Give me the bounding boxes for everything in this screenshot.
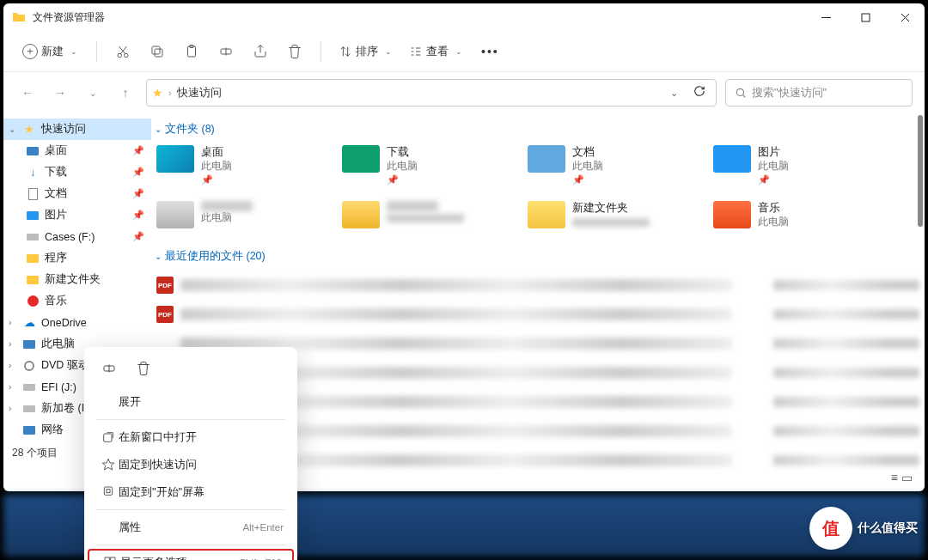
delete-button[interactable] [279,36,310,67]
chevron-down-icon[interactable]: ⌄ [81,81,105,105]
cut-button[interactable] [107,36,138,67]
up-button[interactable]: ↑ [113,81,137,105]
sidebar-item-图片[interactable]: 图片📌 [3,204,151,226]
pin-icon: 📌 [132,167,144,178]
layout-icon [409,45,423,58]
svg-point-4 [118,53,122,58]
menu-item[interactable]: 展开 [89,388,292,416]
chevron-icon: ⌄ [9,125,17,134]
folder-icon [713,145,751,173]
sidebar-item-Cases (F:)[interactable]: Cases (F:)📌 [3,226,151,247]
chevron-icon: › [9,318,17,327]
chevron-down-icon: ⌄ [385,47,392,56]
minimize-button[interactable] [806,3,846,31]
addressbar[interactable]: ★ › 快速访问 ⌄ [146,79,717,107]
folders-section-header[interactable]: ⌄ 文件夹 (8) [151,113,925,142]
scrollbar[interactable] [916,115,923,457]
chevron-down-icon: ⌄ [455,47,462,56]
sort-icon [339,45,352,58]
folder-icon [156,145,194,173]
pin-icon: 📌 [758,174,789,186]
folder-icon [342,201,380,228]
more-button[interactable]: ••• [473,40,508,64]
svg-rect-9 [152,46,160,54]
folder-tile[interactable]: 桌面此电脑📌 [151,142,337,198]
pdf-icon: PDF [156,306,174,323]
chevron-down-icon: ⌄ [70,47,77,56]
svg-marker-28 [102,459,113,470]
plus-icon: + [22,44,38,59]
pin-icon: 📌 [132,145,144,156]
watermark: 值 什么值得买 [809,507,918,550]
folder-tile[interactable]: 音乐此电脑 [708,198,894,240]
folder-icon [342,145,380,173]
folder-tile[interactable]: 新建文件夹 [522,198,708,240]
menu-item[interactable]: 属性Alt+Enter [89,514,292,541]
rename-icon[interactable] [95,356,124,381]
svg-line-7 [119,46,126,54]
window-title: 文件资源管理器 [33,10,806,25]
folder-icon [528,201,565,228]
star-icon: ★ [152,86,163,100]
svg-point-23 [736,88,743,95]
share-button[interactable] [245,36,276,67]
pin-icon: 📌 [132,231,144,242]
titlebar: 文件资源管理器 [3,3,925,31]
svg-line-24 [742,94,745,97]
file-row[interactable]: PDF [151,300,925,329]
folder-icon [528,145,565,173]
svg-rect-29 [104,487,112,495]
search-icon [735,87,747,99]
folder-icon [156,201,194,228]
pin-icon: 📌 [572,174,603,186]
folder-tile[interactable]: 此电脑 [151,198,337,240]
svg-line-6 [120,46,127,54]
copy-button[interactable] [142,36,173,67]
refresh-button[interactable] [688,85,711,100]
folder-icon [12,10,26,24]
sidebar-item-快速访问[interactable]: ⌄★快速访问 [3,119,151,140]
paste-button[interactable] [176,36,207,67]
back-button[interactable]: ← [15,81,40,105]
sidebar-item-新建文件夹[interactable]: 新建文件夹 [3,269,151,290]
chevron-icon: › [9,361,17,370]
close-button[interactable] [885,3,925,31]
chevron-down-icon: ⌄ [155,125,162,134]
chevron-down-icon[interactable]: ⌄ [665,88,683,99]
search-input[interactable]: 搜索"快速访问" [725,79,913,107]
menu-item[interactable]: 显示更多选项Shift+F10 [88,549,294,560]
sort-button[interactable]: 排序 ⌄ [332,39,399,64]
rename-button[interactable] [211,36,241,67]
sidebar-item-OneDrive[interactable]: ›☁OneDrive [3,312,151,333]
folder-tile[interactable] [337,198,522,240]
details-view-icon[interactable]: ▭ [901,471,913,484]
sidebar-item-文档[interactable]: 文档📌 [3,183,151,204]
toolbar: + 新建 ⌄ 排序 ⌄ 查看 ⌄ ••• [3,31,925,72]
svg-rect-8 [155,49,162,57]
context-menu: 展开在新窗口中打开固定到快速访问固定到"开始"屏幕属性Alt+Enter显示更多… [84,347,297,560]
chevron-icon: › [9,339,17,349]
forward-button[interactable]: → [48,81,72,105]
delete-icon[interactable] [129,356,158,381]
chevron-icon: › [9,404,17,413]
new-button[interactable]: + 新建 ⌄ [14,39,86,64]
folder-tile[interactable]: 下载此电脑📌 [337,142,522,198]
folder-icon [713,201,751,228]
folder-tile[interactable]: 文档此电脑📌 [522,142,708,198]
sidebar-item-下载[interactable]: ↓下载📌 [3,161,151,183]
recent-section-header[interactable]: ⌄ 最近使用的文件 (20) [151,240,925,269]
folder-tile[interactable]: 图片此电脑📌 [708,142,894,198]
view-button[interactable]: 查看 ⌄ [402,39,469,64]
menu-item[interactable]: 固定到"开始"屏幕 [89,478,292,506]
sidebar-item-程序[interactable]: 程序 [3,247,151,269]
maximize-button[interactable] [846,3,885,31]
pin-icon: 📌 [201,174,232,186]
menu-item[interactable]: 在新窗口中打开 [89,423,292,451]
menu-item[interactable]: 固定到快速访问 [89,451,292,478]
sidebar-item-桌面[interactable]: 桌面📌 [3,140,151,161]
list-view-icon[interactable]: ≡ [891,471,898,484]
svg-rect-27 [104,434,112,441]
file-row[interactable]: PDF [151,271,925,300]
pin-icon: 📌 [132,188,144,199]
sidebar-item-音乐[interactable]: 音乐 [3,290,151,312]
